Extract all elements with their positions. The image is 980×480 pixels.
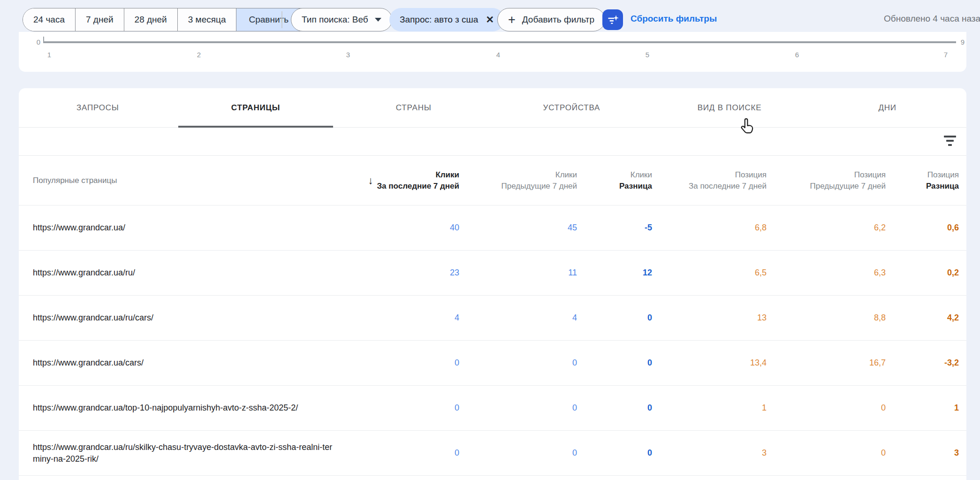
tab-search-appearance[interactable]: ВИД В ПОИСКЕ (651, 88, 809, 127)
filter-sparkle-icon (607, 14, 619, 26)
performance-chart-card: 0 9 1 2 3 4 5 6 7 (19, 32, 966, 72)
position-prev-value: 0 (767, 448, 886, 458)
x-axis-line (43, 41, 956, 43)
ai-filter-button[interactable] (602, 9, 623, 30)
page-url: https://www.grandcar.ua/ru/skilky-chasu-… (33, 442, 352, 465)
clicks-last-value: 0 (352, 403, 459, 413)
table-row[interactable]: https://www.grandcar.ua/ru/ 23 11 12 6,5… (19, 250, 966, 295)
x-tick-label: 2 (197, 51, 201, 59)
date-range-group: 24 часа 7 дней 28 дней 3 месяца Сравнить (23, 8, 314, 31)
date-range-3m-button[interactable]: 3 месяца (178, 8, 237, 31)
column-header-position-last[interactable]: Позиция За последние 7 дней (652, 169, 767, 192)
search-type-label: Тип поиска: Веб (302, 15, 368, 25)
query-filter-label: Запрос: авто з сша (400, 15, 478, 25)
column-header-position-prev[interactable]: Позиция Предыдущие 7 дней (767, 169, 886, 192)
date-range-24h-button[interactable]: 24 часа (23, 8, 76, 31)
position-last-value: 3 (652, 448, 767, 458)
page-url: https://www.grandcar.ua/ru/cars/ (33, 312, 352, 324)
position-prev-value: 8,8 (767, 313, 886, 323)
position-prev-value: 6,3 (767, 268, 886, 278)
clicks-last-value: 23 (352, 268, 459, 278)
tab-countries[interactable]: СТРАНЫ (334, 88, 493, 127)
clicks-diff-value: -5 (577, 223, 652, 233)
position-prev-value: 0 (767, 403, 886, 413)
close-icon[interactable]: ✕ (486, 14, 494, 25)
y-axis-max-label: 9 (961, 38, 965, 46)
column-header-clicks-last[interactable]: ↓ Клики За последние 7 дней (352, 169, 459, 192)
clicks-last-value: 4 (352, 313, 459, 323)
x-tick-label: 6 (795, 51, 799, 59)
table-row[interactable]: https://www.grandcar.ua/top-10-najpopuly… (19, 385, 966, 430)
column-header-position-diff[interactable]: Позиция Разница (886, 169, 959, 192)
page-url: https://www.grandcar.ua/ (33, 222, 352, 234)
column-header-clicks-diff[interactable]: Клики Разница (577, 169, 652, 192)
clicks-prev-value: 0 (459, 448, 577, 458)
table-row[interactable]: https://www.grandcar.ua/cars/ 0 0 0 13,4… (19, 340, 966, 385)
page-url: https://www.grandcar.ua/top-10-najpopuly… (33, 402, 352, 414)
compare-label: Сравнить (249, 15, 289, 25)
x-tick-label: 3 (346, 51, 350, 59)
clicks-diff-value: 0 (577, 403, 652, 413)
page-url: https://www.grandcar.ua/cars/ (33, 357, 352, 369)
clicks-prev-value: 0 (459, 358, 577, 368)
chevron-down-icon (375, 18, 381, 22)
sort-descending-icon: ↓ (368, 175, 373, 186)
date-range-28d-button[interactable]: 28 дней (124, 8, 178, 31)
search-type-button[interactable]: Тип поиска: Веб (291, 8, 392, 31)
position-last-value: 13 (652, 313, 767, 323)
tab-queries[interactable]: ЗАПРОСЫ (19, 88, 177, 127)
y-axis-min-label: 0 (33, 38, 40, 46)
reset-filters-link[interactable]: Сбросить фильтры (631, 14, 717, 24)
position-last-value: 6,8 (652, 223, 767, 233)
tab-pages-label: СТРАНИЦЫ (231, 103, 280, 113)
add-filter-label: Добавить фильтр (522, 15, 594, 25)
clicks-last-value: 0 (352, 358, 459, 368)
position-diff-value: 0,2 (886, 268, 959, 278)
toolbar-divider (281, 11, 282, 28)
position-last-value: 1 (652, 403, 767, 413)
x-tick-label: 5 (646, 51, 649, 59)
clicks-last-value: 0 (352, 448, 459, 458)
query-filter-chip[interactable]: Запрос: авто з сша ✕ (389, 8, 504, 31)
clicks-prev-value: 11 (459, 268, 577, 278)
position-diff-value: -3,2 (886, 358, 959, 368)
tab-devices[interactable]: УСТРОЙСТВА (493, 88, 651, 127)
tab-pages[interactable]: СТРАНИЦЫ (177, 88, 335, 127)
position-prev-value: 16,7 (767, 358, 886, 368)
y-axis-tick (43, 37, 44, 41)
plus-icon: + (508, 14, 516, 26)
clicks-last-value: 40 (352, 223, 459, 233)
x-tick-label: 4 (496, 51, 500, 59)
table-row[interactable]: https://www.grandcar.ua/ru/skilky-chasu-… (19, 430, 966, 475)
filters-toolbar: 24 часа 7 дней 28 дней 3 месяца Сравнить… (0, 0, 980, 37)
position-prev-value: 6,2 (767, 223, 886, 233)
add-filter-button[interactable]: + Добавить фильтр (497, 8, 605, 31)
column-header-pages: Популярные страницы (33, 176, 352, 185)
table-row[interactable]: https://www.grandcar.ua/ 40 45 -5 6,8 6,… (19, 205, 966, 250)
clicks-diff-value: 0 (577, 448, 652, 458)
clicks-diff-value: 12 (577, 268, 652, 278)
position-last-value: 13,4 (652, 358, 767, 368)
page-url: https://www.grandcar.ua/ru/ (33, 267, 352, 279)
clicks-prev-value: 4 (459, 313, 577, 323)
x-tick-label: 1 (47, 51, 51, 59)
table-row[interactable]: https://www.grandcar.ua/ru/cars/ 4 4 0 1… (19, 295, 966, 340)
tab-dates[interactable]: ДНИ (808, 88, 966, 127)
position-last-value: 6,5 (652, 268, 767, 278)
updated-timestamp: Обновлено 4 часа назад (884, 14, 980, 24)
table-filter-icon[interactable] (944, 136, 956, 147)
x-tick-label: 7 (944, 51, 948, 59)
column-header-clicks-prev[interactable]: Клики Предыдущие 7 дней (459, 169, 577, 192)
results-table-card: ЗАПРОСЫ СТРАНИЦЫ СТРАНЫ УСТРОЙСТВА ВИД В… (19, 88, 966, 480)
table-row-partial (19, 475, 966, 480)
position-diff-value: 4,2 (886, 313, 959, 323)
table-header-row: Популярные страницы ↓ Клики За последние… (19, 156, 966, 205)
position-diff-value: 1 (886, 403, 959, 413)
table-toolbar-row (19, 128, 966, 156)
position-diff-value: 0,6 (886, 223, 959, 233)
clicks-prev-value: 45 (459, 223, 577, 233)
clicks-diff-value: 0 (577, 358, 652, 368)
clicks-prev-value: 0 (459, 403, 577, 413)
dimension-tabs: ЗАПРОСЫ СТРАНИЦЫ СТРАНЫ УСТРОЙСТВА ВИД В… (19, 88, 966, 128)
date-range-7d-button[interactable]: 7 дней (76, 8, 124, 31)
